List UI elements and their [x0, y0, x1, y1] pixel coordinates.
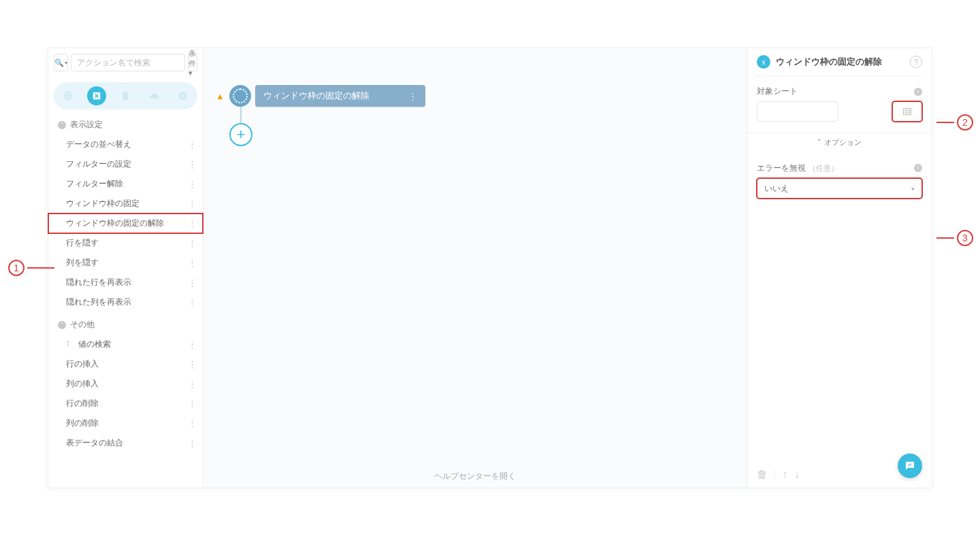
connector-tabs [54, 82, 197, 109]
action-item[interactable]: 隠れた行を再表示⋮ [48, 273, 203, 292]
field-label-error: エラーを無視（任意） i [757, 161, 922, 174]
select-value: いいえ [764, 183, 789, 194]
more-icon[interactable]: ⋮ [188, 418, 196, 428]
action-item[interactable]: ウィンドウ枠の固定⋮ [48, 194, 203, 214]
options-toggle[interactable]: ˄ オプション [813, 133, 866, 152]
action-item[interactable]: 行を隠す⋮ [48, 233, 203, 253]
move-up-icon[interactable]: ↑ [782, 469, 787, 481]
action-item[interactable]: フィルターの設定⋮ [48, 154, 203, 174]
node-menu-icon[interactable]: ⋮ [408, 91, 417, 101]
search-type-select[interactable]: 🔍▾ [54, 54, 68, 71]
more-icon[interactable]: ⋮ [188, 339, 196, 350]
move-down-icon[interactable]: ↓ [794, 469, 800, 481]
excel-icon: x [757, 55, 770, 69]
target-sheet-input[interactable] [757, 101, 838, 122]
more-icon[interactable]: ⋮ [188, 438, 196, 448]
options-label: オプション [824, 137, 862, 148]
search-input[interactable] [71, 54, 185, 71]
more-icon[interactable]: ⋮ [188, 277, 196, 288]
callout-number: 1 [8, 260, 24, 276]
delete-icon[interactable]: 🗑 [757, 469, 768, 481]
chat-fab[interactable] [898, 454, 922, 478]
group-header-display[interactable]: ˄ 表示設定 [48, 112, 203, 135]
chevron-up-icon: ˄ [817, 138, 821, 147]
node-bar[interactable]: ウィンドウ枠の固定の解除 ⋮ [255, 85, 425, 107]
action-list-display: データの並べ替え⋮ フィルターの設定⋮ フィルター解除⋮ ウィンドウ枠の固定⋮ … [48, 135, 203, 312]
action-list-other: T値の検索⋮ 行の挿入⋮ 列の挿入⋮ 行の削除⋮ 列の削除⋮ 表データの結合⋮ [48, 335, 203, 453]
add-node-button[interactable]: + [229, 123, 252, 146]
tab-web-icon[interactable] [59, 86, 78, 105]
sheet-picker-button[interactable] [892, 101, 922, 122]
action-label: 列の削除 [66, 418, 188, 429]
chevron-up-icon: ˄ [58, 321, 66, 329]
action-label: 列を隠す [66, 257, 188, 269]
more-icon[interactable]: ⋮ [188, 238, 196, 248]
field-label-sheet: 対象シート i [757, 86, 922, 97]
action-item[interactable]: T値の検索⋮ [48, 335, 203, 354]
more-icon[interactable]: ⋮ [188, 258, 196, 268]
label-text: 対象シート [757, 86, 798, 97]
callout-2: 2 [936, 114, 973, 131]
chevron-down-icon: ▾ [911, 185, 915, 192]
more-icon[interactable]: ⋮ [188, 218, 196, 228]
tab-file-icon[interactable] [116, 86, 135, 105]
action-item-unfreeze-panes[interactable]: ウィンドウ枠の固定の解除⋮ [48, 214, 203, 233]
flow-canvas[interactable]: ▲ ウィンドウ枠の固定の解除 ⋮ + ヘルプセンターを開く [203, 48, 747, 488]
action-label: ウィンドウ枠の固定の解除 [66, 218, 188, 229]
tab-excel-icon[interactable] [87, 86, 106, 105]
callout-number: 3 [957, 230, 973, 246]
action-label: 行の挿入 [66, 358, 188, 370]
optional-hint: （任意） [808, 164, 838, 172]
more-icon[interactable]: ⋮ [188, 379, 196, 389]
node-start-circle[interactable] [229, 85, 251, 107]
panel-header: x ウィンドウ枠の固定の解除 ? [757, 55, 922, 76]
warning-icon: ▲ [216, 91, 225, 101]
more-icon[interactable]: ⋮ [188, 398, 196, 409]
action-label: フィルターの設定 [66, 158, 188, 170]
action-label: 表データの結合 [66, 437, 188, 449]
node-label: ウィンドウ枠の固定の解除 [263, 90, 408, 102]
action-label: フィルター解除 [66, 178, 188, 190]
help-center-link[interactable]: ヘルプセンターを開く [203, 471, 747, 482]
panel-title: ウィンドウ枠の固定の解除 [776, 56, 904, 68]
more-icon[interactable]: ⋮ [188, 297, 196, 307]
group-header-other[interactable]: ˄ その他 [48, 312, 203, 335]
svg-rect-3 [904, 108, 911, 114]
group-title: 表示設定 [70, 119, 103, 131]
tab-cloud-icon[interactable] [145, 86, 164, 105]
info-icon[interactable]: i [914, 88, 922, 96]
action-item[interactable]: 表データの結合⋮ [48, 433, 203, 453]
options-divider: ˄ オプション [747, 133, 932, 152]
action-label: 値の検索 [78, 339, 188, 350]
more-icon[interactable]: ⋮ [188, 139, 196, 150]
action-item[interactable]: フィルター解除⋮ [48, 174, 203, 194]
ignore-errors-select[interactable]: いいえ ▾ [757, 178, 922, 199]
action-label: ウィンドウ枠の固定 [66, 198, 188, 209]
action-label: 隠れた行を再表示 [66, 277, 188, 288]
info-icon[interactable]: i [914, 164, 922, 172]
chevron-up-icon: ˄ [58, 121, 66, 129]
more-icon[interactable]: ⋮ [188, 359, 196, 369]
tab-close-icon[interactable] [174, 86, 193, 105]
more-icon[interactable]: ⋮ [188, 199, 196, 209]
group-title: その他 [70, 319, 95, 330]
action-item[interactable]: 隠れた列を再表示⋮ [48, 292, 203, 312]
action-item[interactable]: 行の削除⋮ [48, 394, 203, 413]
help-icon[interactable]: ? [910, 56, 922, 68]
flow-node[interactable]: ▲ ウィンドウ枠の固定の解除 ⋮ [216, 85, 425, 107]
action-label: 列の挿入 [66, 378, 188, 390]
action-item[interactable]: 列の挿入⋮ [48, 374, 203, 394]
chat-icon [904, 460, 916, 472]
action-label: データの並べ替え [66, 139, 188, 150]
condition-button[interactable]: 条件 ▾ [188, 54, 197, 71]
properties-panel: x ウィンドウ枠の固定の解除 ? 対象シート i ˄ オプション エラーを無視（… [747, 48, 932, 488]
action-label: 行を隠す [66, 237, 188, 249]
more-icon[interactable]: ⋮ [188, 179, 196, 189]
action-label: 行の削除 [66, 398, 188, 409]
action-item[interactable]: 列の削除⋮ [48, 413, 203, 433]
action-item[interactable]: 列を隠す⋮ [48, 253, 203, 273]
action-item[interactable]: データの並べ替え⋮ [48, 135, 203, 154]
sheet-row [757, 101, 922, 122]
action-item[interactable]: 行の挿入⋮ [48, 354, 203, 374]
more-icon[interactable]: ⋮ [188, 159, 196, 169]
